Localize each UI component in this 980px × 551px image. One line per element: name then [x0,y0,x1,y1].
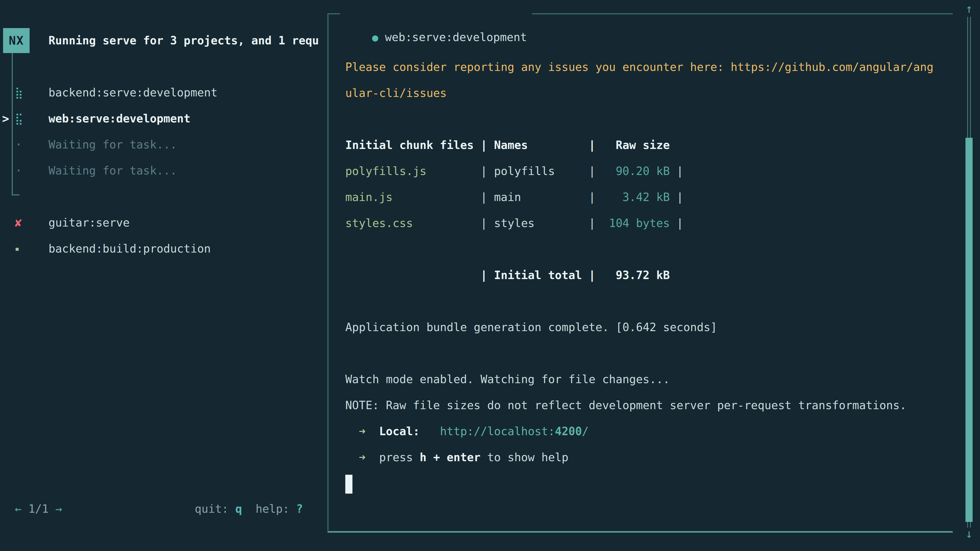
local-url-link[interactable]: 4200 [555,425,582,438]
text-segment: ? [296,502,303,515]
text-segment: q [235,502,242,515]
text-segment: | styles | [413,217,595,230]
text-segment: 104 bytes [595,217,670,230]
failed-cross-icon: ✘ [15,210,33,236]
text-segment: → [56,502,62,515]
text-segment: press [366,451,420,464]
local-url-link[interactable]: / [582,425,589,438]
scroll-down-icon[interactable]: ↓ [962,526,976,541]
terminal-line: Initial chunk files | Names | Raw size [345,132,948,158]
terminal-line: NOTE: Raw file sizes do not reflect deve… [345,392,948,418]
terminal-line [345,340,948,366]
text-segment: ➜ [359,425,366,438]
task-label: web:serve:development [48,106,190,132]
terminal-line [345,470,948,496]
shortcut-hints: quit: q help: ? [195,496,303,522]
text-segment [345,451,359,464]
text-segment: 3.42 kB [595,191,670,203]
text-segment: quit: [195,502,235,515]
nx-tui-screen: NX Running serve for 3 projects, and 1 r… [0,0,980,551]
terminal-line: ➜ Local: http://localhost:4200/ [345,418,948,445]
terminal-line: Please consider reporting any issues you… [345,54,948,80]
task-item-guitar-serve[interactable]: ✘ guitar:serve [0,210,328,236]
terminal-line [345,288,948,314]
task-label: Waiting for task... [48,132,177,158]
panel-title-text: web:serve:development [385,30,527,44]
local-url-link[interactable]: http://localhost: [440,425,555,438]
task-label: Waiting for task... [48,158,177,184]
text-segment: 90.20 kB [595,165,670,178]
terminal-line [345,236,948,262]
text-segment: styles.css [345,217,413,230]
terminal-line: Watch mode enabled. Watching for file ch… [345,366,948,392]
task-label: backend:serve:development [48,79,218,106]
terminal-line: polyfills.js | polyfills | 90.20 kB | [345,158,948,184]
text-segment: ular-cli/issues [345,86,447,100]
task-item-web-serve[interactable]: ⣯ web:serve:development [0,106,328,132]
text-segment: | [670,217,683,230]
pagination[interactable]: ← 1/1 → [15,496,62,522]
text-segment: main.js [345,191,393,203]
text-segment: h + enter [420,451,480,464]
text-segment: | main | [393,191,595,203]
spinner-icon: ⣯ [15,106,33,132]
text-segment: Application bundle generation complete. … [345,321,717,333]
panel-title: ● web:serve:development [340,2,532,25]
text-segment: Watch mode enabled. Watching for file ch… [345,373,670,386]
text-segment: to show help [480,451,568,464]
pending-dot-icon: · [15,158,33,184]
task-item-backend-build[interactable]: ▪ backend:build:production [0,236,328,262]
text-segment [345,425,359,438]
text-segment [366,425,379,438]
nx-logo: NX [3,28,30,53]
text-segment: | Initial total | 93.72 kB [345,268,670,282]
scrollbar-thumb[interactable] [966,138,973,522]
terminal-line: Application bundle generation complete. … [345,314,948,340]
task-item-waiting-1[interactable]: · Waiting for task... [0,132,328,158]
terminal-line: main.js | main | 3.42 kB | [345,184,948,210]
terminal-line: ➜ press h + enter to show help [345,445,948,470]
task-label: backend:build:production [48,236,211,262]
text-segment: | [670,191,683,203]
text-segment: Please consider reporting any issues you… [345,60,934,73]
stopped-square-icon: ▪ [15,236,33,262]
task-group-guide-corner [12,194,19,195]
text-segment: | polyfills | [426,165,595,178]
task-item-waiting-2[interactable]: · Waiting for task... [0,158,328,184]
text-segment: ➜ [359,451,366,464]
task-item-backend-serve[interactable]: ⣷ backend:serve:development [0,79,328,106]
text-segment: NOTE: Raw file sizes do not reflect deve… [345,399,907,412]
run-summary-header: Running serve for 3 projects, and 1 requ [48,27,327,54]
text-segment: | [670,165,683,178]
terminal-line [345,106,948,132]
text-segment: Local: [379,425,420,438]
pending-dot-icon: · [15,132,33,158]
text-segment: 1/1 [22,502,56,515]
task-label: guitar:serve [48,210,130,236]
spinner-icon: ⣷ [15,79,33,106]
terminal-line: | Initial total | 93.72 kB [345,262,948,288]
text-segment: polyfills.js [345,165,426,178]
terminal-line: ular-cli/issues [345,80,948,106]
text-segment: ← [15,502,22,515]
text-segment [420,425,440,438]
scroll-up-icon[interactable]: ↑ [962,1,976,16]
text-segment: Initial chunk files | Names | Raw size [345,138,670,151]
running-dot-icon: ● [372,32,378,43]
terminal-output: Please consider reporting any issues you… [345,54,948,496]
terminal-line: styles.css | styles | 104 bytes | [345,210,948,236]
terminal-cursor [345,475,352,494]
text-segment: help: [242,502,296,515]
